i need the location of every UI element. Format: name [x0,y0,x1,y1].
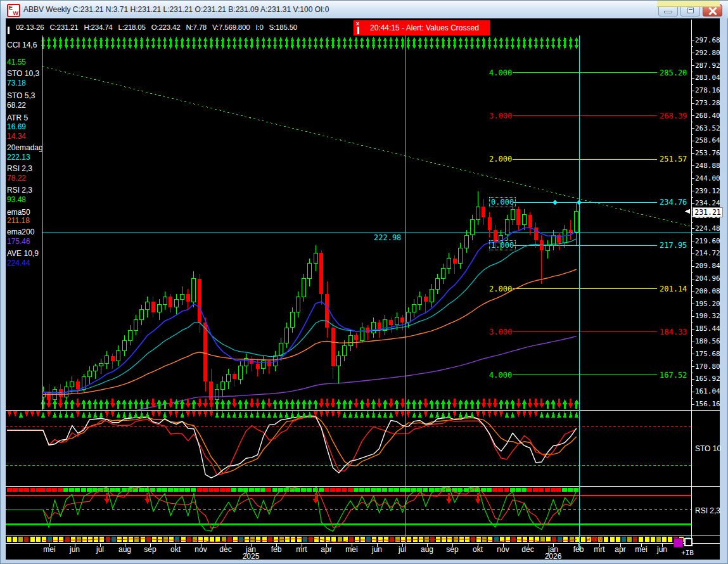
alert-close-icon[interactable]: x [356,20,359,27]
price-axis-label: 268.40 [695,112,720,120]
year-label: 2026 [539,552,567,561]
indicator-row: AVE 10,9 [7,249,39,258]
month-label: jun [63,545,86,554]
window-title: ABBV Weekly C:231.21 N:3.71 H:231.21 L:2… [23,5,329,14]
indicator-row: CCI 14,6 [7,41,37,49]
reversal-annotation: wrev [586,535,603,543]
indicator-row: 211.18 [7,216,30,225]
fib-level-label: 3.000 [489,328,512,336]
month-label: okt [164,545,187,554]
indicator-row: 73.18 [7,79,26,87]
top-signal-row [41,37,578,49]
sto-name-label: STO 10,3 [695,444,721,453]
price-axis-label: 156.16 [695,400,720,408]
month-label: jul [391,545,414,554]
rsi-lower-label: 20 [695,519,703,528]
rsi-panel [6,486,691,531]
fib-level-label: 1.000 [489,240,516,250]
indicator-row: ema50 [7,208,30,217]
time-axis[interactable]: meijunjulaugsepoktnovdecjanfebmrtaprmeij… [1,543,720,560]
price-axis-label: 170.80 [695,362,720,371]
price-axis-label: 258.64 [695,136,720,144]
indicator-row: 16.69 [7,122,26,131]
month-label: mei [630,545,653,554]
indicator-row: 41.55 [7,58,26,67]
fib-level-label: 4.000 [489,371,512,380]
indicator-row: 68.22 [7,101,26,110]
price-axis-label: 180.56 [695,337,720,345]
alert-banner[interactable]: x 20:44:15 - Alert: Values Crossed [354,20,490,35]
price-axis-label: 209.84 [695,262,720,270]
month-label: dec [516,545,539,554]
rsi-upper-label: 80 [695,491,703,500]
notification-tab [657,1,720,7]
month-label: mrt [588,545,611,554]
hline-price-label: 222.98 [374,233,401,242]
sto-upper-label: 80 [695,423,703,432]
month-label: aug [416,545,438,554]
year-label: 2025 [237,552,265,561]
price-axis-label: 287.92 [695,61,720,70]
indicator-row: 93.48 [7,195,26,204]
indicator-sidebar: CCI 14,641.55STO 10,373.18STO 5,368.22AT… [7,37,42,272]
price-axis-label: 292.80 [695,49,720,57]
price-axis-label: 195.20 [695,300,720,308]
sto-lower-label: 26 [695,462,703,471]
price-axis-label: 283.04 [695,74,720,82]
month-label: mei [340,545,363,554]
fib-level-value: 234.76 [660,198,687,207]
price-axis-label: 219.60 [695,237,720,245]
moving-averages [43,228,577,420]
month-label: feb [265,545,288,554]
title-bar[interactable]: E W ABBV Weekly C:231.21 N:3.71 H:231.21… [1,1,728,18]
fib-level-label: 3.000 [489,112,512,120]
month-label: jun [651,545,674,554]
alert-cursor [357,27,359,34]
price-axis-label: 239.12 [695,187,720,195]
month-label: jun [366,545,388,554]
month-label: nov [189,545,212,554]
fib-level-value: 167.52 [660,371,687,380]
fib-level-value: 285.20 [660,68,687,77]
fib-level-value: 184.33 [660,328,687,336]
fib-level-label: 4.000 [489,68,512,77]
indicator-row: STO 5,3 [7,91,35,100]
legend-label: +IB [681,549,694,557]
indicator-row: 222.13 [7,153,30,162]
chart-legend[interactable]: +IB [672,537,695,558]
price-axis-label: 253.76 [695,149,720,157]
month-label: sep [139,545,162,554]
fib-level-value: 251.57 [660,155,687,163]
price-axis-label: 273.28 [695,99,720,107]
month-label: aug [113,545,136,554]
month-label: mrt [290,545,313,554]
month-label: apr [315,545,338,554]
indicator-row: RSI 2,3 [7,186,32,195]
chart-canvas[interactable] [1,1,728,564]
price-axis-label: 214.72 [695,249,720,257]
indicator-row: 175.46 [7,237,30,246]
price-axis-label: 248.88 [695,162,720,170]
fib-level-label: 2.000 [489,155,512,163]
indicator-row: ATR 5 [7,113,28,122]
info-cursor [8,27,10,34]
quote-info-bar: 02-13-26 C:231.21 H:234.74 L:218.05 O:22… [16,23,297,31]
price-axis-label: 234.24 [695,199,720,207]
sto-panel [6,411,691,478]
current-price-badge: 231.21 [693,207,723,217]
app-icon-letter: E [9,6,13,10]
month-label: jul [89,545,112,554]
indicator-row: 20emadag [7,143,43,152]
month-label: dec [214,545,237,554]
purple-square-icon[interactable] [674,538,683,548]
fib-level-label: 2.000 [489,285,512,293]
price-axis-label: 244.00 [695,174,720,183]
panel-borders [6,20,720,547]
indicator-row: ema200 [7,228,34,236]
white-square-icon[interactable] [684,538,693,546]
indicator-row: STO 10,3 [7,69,39,78]
price-axis-label: 200.08 [695,287,720,295]
alert-text: 20:44:15 - Alert: Values Crossed [370,23,479,32]
price-axis-label: 278.16 [695,86,720,94]
indicator-row: RSI 2,3 [7,164,32,173]
